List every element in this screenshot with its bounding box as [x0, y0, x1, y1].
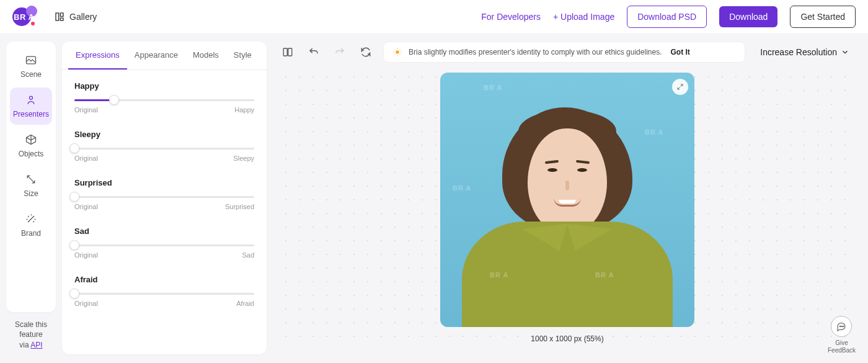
canvas-stage: BR A BR A BR A BR A BR A 1000 x 1000 px … — [279, 69, 856, 354]
brand-icon — [25, 213, 37, 225]
sidebar-item-objects[interactable]: Objects — [10, 127, 52, 164]
slider-thumb[interactable] — [69, 240, 79, 250]
sidebar-item-label: Objects — [19, 150, 44, 158]
slider-labels: Original Sad — [74, 251, 254, 259]
svg-rect-0 — [56, 13, 59, 20]
info-text: Bria slightly modifies presenter's ident… — [409, 48, 662, 56]
slider-fill — [74, 99, 114, 101]
svg-point-8 — [840, 326, 841, 326]
slider-sad: Sad Original Sad — [74, 226, 254, 259]
slider-thumb[interactable] — [69, 289, 79, 298]
sidebar-item-presenters[interactable]: Presenters — [10, 87, 52, 125]
canvas-area: Bria slightly modifies presenter's ident… — [267, 33, 868, 363]
panel-tabs: Expressions Appearance Models Style — [62, 42, 267, 70]
bulb-icon — [392, 47, 402, 57]
slider-track[interactable] — [74, 293, 254, 295]
slider-right-label: Afraid — [236, 300, 254, 307]
sidebar-footer-text2: via — [19, 341, 30, 349]
slider-title: Afraid — [74, 275, 254, 284]
slider-right-label: Happy — [234, 106, 254, 114]
slider-title: Happy — [74, 81, 254, 91]
api-link[interactable]: API — [30, 341, 42, 349]
slider-track[interactable] — [74, 196, 254, 198]
presenters-icon — [25, 94, 37, 106]
undo-button[interactable] — [305, 43, 322, 61]
control-panel: Expressions Appearance Models Style Happ… — [62, 42, 267, 354]
canvas-image[interactable]: BR A BR A BR A BR A BR A — [440, 73, 694, 327]
slider-left-label: Original — [74, 251, 98, 259]
slider-surprised: Surprised Original Surprised — [74, 178, 254, 210]
slider-track[interactable] — [74, 148, 254, 150]
tab-appearance[interactable]: Appearance — [127, 42, 185, 69]
download-psd-button[interactable]: Download PSD — [627, 6, 707, 28]
logo[interactable]: BR A — [12, 6, 42, 28]
svg-point-9 — [841, 326, 842, 326]
svg-point-4 — [30, 96, 33, 99]
tab-expressions[interactable]: Expressions — [68, 42, 127, 69]
slider-left-label: Original — [74, 106, 98, 114]
gallery-link[interactable]: Gallery — [55, 12, 97, 22]
slider-left-label: Original — [74, 155, 98, 162]
upload-image-link[interactable]: + Upload Image — [553, 12, 614, 22]
svg-rect-1 — [60, 13, 63, 16]
slider-track[interactable] — [74, 99, 254, 101]
sidebar-item-size[interactable]: Size — [10, 167, 52, 204]
gallery-label: Gallery — [69, 12, 97, 22]
sidebar-item-scene[interactable]: Scene — [10, 48, 52, 85]
compare-icon — [282, 47, 293, 58]
slider-left-label: Original — [74, 300, 98, 307]
slider-title: Surprised — [74, 178, 254, 187]
reset-icon — [360, 47, 371, 58]
download-button[interactable]: Download — [719, 6, 777, 27]
reset-button[interactable] — [357, 43, 374, 61]
slider-title: Sleepy — [74, 130, 254, 139]
slider-thumb[interactable] — [69, 143, 79, 153]
slider-thumb[interactable] — [69, 192, 79, 202]
info-bar: Bria slightly modifies presenter's ident… — [383, 42, 745, 63]
sidebar-item-label: Presenters — [13, 110, 49, 119]
expand-button[interactable] — [672, 79, 688, 95]
get-started-button[interactable]: Get Started — [790, 6, 856, 28]
slider-thumb[interactable] — [109, 95, 119, 105]
sidebar-footer-text: Scale this feature — [15, 320, 47, 339]
redo-icon — [334, 47, 345, 58]
feedback-bubble — [831, 316, 852, 337]
expand-icon — [676, 83, 684, 91]
slider-labels: Original Happy — [74, 106, 254, 114]
header: BR A Gallery For Developers + Upload Ima… — [0, 0, 868, 33]
sidebar-item-label: Size — [24, 189, 38, 198]
main: Scene Presenters Objects Size Brand Scal… — [0, 33, 868, 363]
panel-body[interactable]: Happy Original Happy Sleepy Original Sle… — [62, 70, 267, 354]
canvas-toolbar: Bria slightly modifies presenter's ident… — [279, 42, 856, 63]
slider-right-label: Sad — [242, 251, 254, 259]
slider-labels: Original Surprised — [74, 203, 254, 210]
gallery-icon — [55, 12, 64, 22]
slider-right-label: Sleepy — [233, 155, 254, 162]
feedback-button[interactable]: GiveFeedBack — [828, 316, 856, 354]
sidebar-item-label: Brand — [21, 229, 41, 238]
compare-button[interactable] — [279, 43, 296, 61]
feedback-label: GiveFeedBack — [828, 339, 856, 354]
header-right: For Developers + Upload Image Download P… — [481, 6, 856, 28]
got-it-button[interactable]: Got It — [670, 48, 689, 56]
sidebar-item-label: Scene — [20, 70, 42, 79]
size-icon — [25, 173, 37, 186]
header-left: BR A Gallery — [12, 6, 97, 28]
slider-track[interactable] — [74, 244, 254, 246]
sidebar-item-brand[interactable]: Brand — [10, 207, 52, 244]
undo-icon — [308, 47, 319, 58]
increase-resolution-button[interactable]: Increase Resolution — [754, 47, 856, 57]
svg-rect-5 — [283, 48, 287, 56]
chevron-down-icon — [841, 48, 849, 56]
tab-style[interactable]: Style — [226, 42, 259, 69]
svg-point-10 — [843, 326, 844, 326]
slider-labels: Original Sleepy — [74, 155, 254, 162]
tab-models[interactable]: Models — [185, 42, 226, 69]
sidebar: Scene Presenters Objects Size Brand Scal… — [0, 33, 62, 363]
svg-point-7 — [396, 50, 399, 53]
canvas-caption: 1000 x 1000 px (55%) — [440, 334, 694, 343]
sidebar-card: Scene Presenters Objects Size Brand — [6, 42, 56, 312]
for-developers-link[interactable]: For Developers — [481, 12, 541, 22]
objects-icon — [25, 133, 37, 146]
redo-button[interactable] — [331, 43, 348, 61]
